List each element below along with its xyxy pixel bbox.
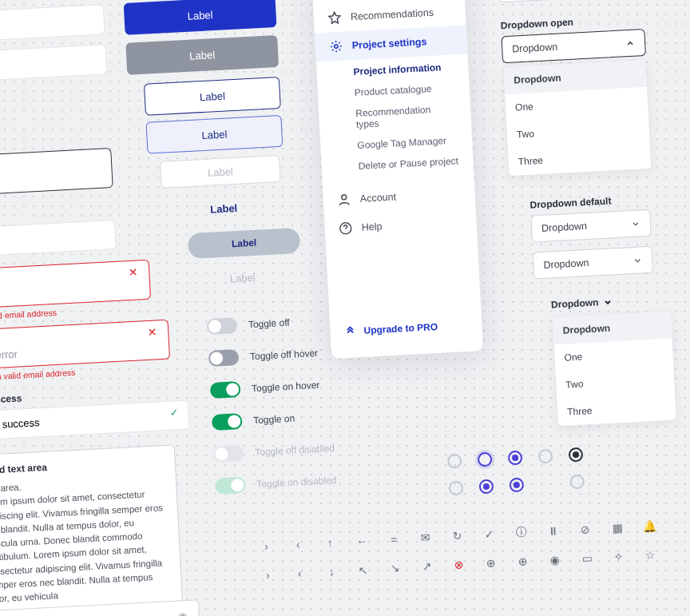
- input-field[interactable]: [0, 44, 107, 84]
- chevron-left-icon: ‹: [291, 538, 305, 551]
- check-icon: ✓: [483, 528, 497, 542]
- sidebar-label: Recommendations: [351, 7, 434, 22]
- plus-circle-icon: ⊕: [485, 556, 498, 570]
- upgrade-label: Upgrade to PRO: [363, 321, 438, 336]
- input-field[interactable]: ut field put field: [0, 148, 113, 197]
- svg-point-4: [335, 45, 339, 49]
- grid-icon: ▦: [610, 521, 624, 535]
- chevron-down-icon: [632, 255, 643, 265]
- toggle-on-hover[interactable]: [210, 381, 241, 399]
- input-field[interactable]: [0, 4, 105, 44]
- toggle-off-hover[interactable]: [208, 349, 240, 367]
- radio-selected[interactable]: [508, 451, 523, 466]
- map-icon: ▭: [580, 551, 593, 565]
- mail-icon: ✉: [419, 531, 433, 545]
- toggle-row: Toggle off hover: [208, 344, 331, 367]
- radio[interactable]: [569, 475, 585, 490]
- clear-icon[interactable]: ✕: [128, 266, 138, 280]
- check-icon: ✓: [169, 406, 179, 419]
- field-value: put field: [0, 169, 101, 189]
- dropdown-option[interactable]: Three: [557, 393, 676, 427]
- dropdown[interactable]: Dropdown: [533, 246, 654, 280]
- toggle-label: Toggle on: [253, 412, 295, 426]
- dropdown-value: Dropdown: [512, 42, 558, 55]
- dropdown-value: Dropdown: [543, 257, 589, 271]
- clear-icon[interactable]: ✕: [147, 325, 157, 339]
- textarea-label: Filled text area: [0, 455, 164, 476]
- button-label: Label: [232, 237, 257, 250]
- toggle-label: Toggle off hover: [250, 348, 319, 362]
- dropdown-inline[interactable]: Dropdown: [551, 293, 672, 311]
- link-disabled: Label: [229, 272, 256, 285]
- chevron-right-icon: ›: [261, 568, 275, 582]
- toggle-row: Toggle on: [212, 408, 334, 431]
- close-circle-icon: ⊗: [453, 558, 466, 572]
- icon-grid: › ‹ ↑ ← = ✉ ↻ ✓ ⓘ ⏸ ⊘ ▦ 🔔 › ‹ ↓ ↖ ↘ ↗ ⊗ …: [260, 519, 676, 582]
- toggle-label: Toggle on disabled: [256, 475, 337, 490]
- input-field-success[interactable]: ✓ Filled - success: [0, 399, 190, 441]
- radio-hover[interactable]: [478, 452, 493, 467]
- dropdown-label: Dropdown open: [500, 13, 644, 31]
- button-slim[interactable]: Label: [188, 228, 300, 259]
- button-label: Label: [189, 49, 216, 62]
- arrow-down-icon: ↓: [325, 565, 339, 578]
- compass-icon: ✧: [612, 550, 625, 563]
- button-gray[interactable]: Label: [125, 35, 279, 75]
- radio-selected[interactable]: [509, 478, 524, 493]
- chevron-down-icon: [603, 296, 613, 307]
- arrow-up-right-icon: ↗: [421, 560, 434, 574]
- upgrade-link[interactable]: Upgrade to PRO: [329, 308, 482, 349]
- eye-icon[interactable]: ◉: [178, 610, 188, 616]
- dropdown-value: Dropdown: [541, 221, 588, 234]
- plus-circle-icon: ⊕: [517, 554, 530, 568]
- dropdown-panel: Dropdown One Two Three: [552, 311, 677, 427]
- dropdown[interactable]: Dropdown: [498, 0, 643, 2]
- toggle-label: Toggle on hover: [252, 380, 320, 394]
- arrow-up-left-icon: ↖: [357, 563, 371, 577]
- dropdown-open[interactable]: Dropdown: [501, 29, 646, 63]
- gear-icon: [329, 40, 343, 54]
- bell-icon: 🔔: [642, 519, 656, 533]
- toggle-label: Toggle off disabled: [255, 443, 335, 458]
- radio[interactable]: [449, 481, 464, 496]
- arrow-up-icon: ↑: [323, 536, 337, 550]
- toggle-on-disabled: [215, 477, 246, 495]
- toggle-off[interactable]: [206, 317, 237, 335]
- radio-selected[interactable]: [478, 479, 494, 495]
- radio-selected[interactable]: [569, 447, 584, 463]
- help-icon: [339, 221, 352, 235]
- dropdown-label: Dropdown default: [529, 193, 650, 211]
- toggle-on[interactable]: [212, 413, 243, 431]
- eye-icon: ◉: [548, 553, 561, 566]
- link-label[interactable]: Label: [210, 202, 238, 216]
- button-disabled: Label: [160, 155, 281, 189]
- chevron-left-icon: ‹: [293, 566, 307, 580]
- chevron-up-icon: [625, 38, 636, 49]
- equals-icon: =: [387, 533, 401, 546]
- toggle-off-disabled: [213, 445, 244, 463]
- input-field[interactable]: nput field: [0, 220, 117, 259]
- toggle-row: Toggle on disabled: [215, 472, 337, 495]
- textarea[interactable]: Filled text area Text area. Lorem ipsum …: [0, 444, 183, 616]
- button-label: Label: [187, 9, 213, 22]
- sidebar-menu: Dashboard Recommendations Project settin…: [311, 0, 483, 359]
- pause-icon: ⏸: [547, 524, 561, 538]
- field-value: Filled - success: [0, 416, 40, 432]
- toggle-row: Toggle off disabled: [213, 440, 335, 463]
- refresh-icon: ↻: [451, 530, 465, 543]
- button-primary[interactable]: Label: [124, 0, 277, 35]
- button-outline[interactable]: Label: [144, 77, 281, 116]
- arrow-down-right-icon: ↘: [389, 562, 402, 575]
- radio[interactable]: [538, 449, 553, 464]
- star-icon: ☆: [644, 548, 657, 562]
- user-icon: [337, 193, 351, 206]
- radio[interactable]: [447, 454, 462, 469]
- sidebar-label: Help: [361, 221, 382, 232]
- button-label: Label: [201, 128, 228, 141]
- toggle-row: Toggle off: [206, 312, 328, 335]
- svg-point-5: [342, 195, 347, 200]
- chevron-down-icon: [631, 219, 641, 229]
- button-outline-light[interactable]: Label: [145, 115, 283, 154]
- star-icon: [328, 11, 342, 25]
- chevrons-up-icon: [344, 325, 356, 337]
